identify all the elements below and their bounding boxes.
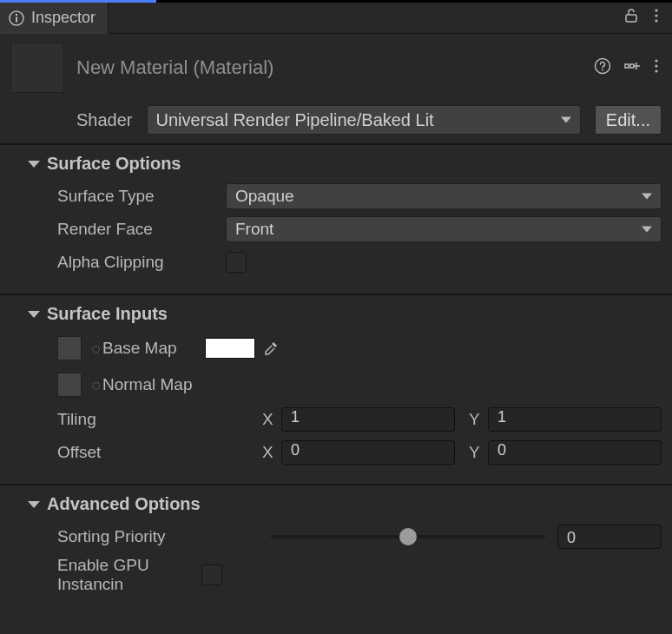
svg-point-8 bbox=[602, 69, 603, 70]
normal-map-label: Normal Map bbox=[102, 375, 192, 394]
section-title: Surface Inputs bbox=[47, 304, 168, 324]
svg-point-15 bbox=[655, 69, 657, 72]
preset-icon[interactable] bbox=[623, 57, 641, 79]
section-header[interactable]: Advanced Options bbox=[10, 494, 662, 514]
axis-y-label: Y bbox=[469, 410, 481, 429]
render-face-dropdown[interactable]: Front bbox=[226, 216, 662, 242]
gpu-instancing-checkbox[interactable] bbox=[201, 565, 222, 585]
sorting-priority-label: Sorting Priority bbox=[10, 527, 271, 546]
kebab-menu-icon[interactable] bbox=[653, 58, 660, 78]
help-icon[interactable] bbox=[594, 57, 611, 79]
alpha-clipping-label: Alpha Clipping bbox=[10, 253, 226, 272]
chevron-down-icon bbox=[28, 311, 40, 318]
svg-point-6 bbox=[655, 19, 657, 22]
svg-point-1 bbox=[16, 13, 17, 15]
chevron-down-icon bbox=[28, 161, 40, 168]
base-map-label: Base Map bbox=[102, 339, 177, 358]
tab-title: Inspector bbox=[31, 9, 96, 27]
section-header[interactable]: Surface Inputs bbox=[10, 304, 662, 324]
axis-x-label: X bbox=[262, 443, 274, 462]
shader-value: Universal Render Pipeline/Baked Lit bbox=[156, 110, 434, 130]
offset-label: Offset bbox=[10, 443, 262, 462]
section-title: Surface Options bbox=[47, 154, 181, 174]
axis-y-label: Y bbox=[469, 443, 481, 462]
tab-bar: Inspector bbox=[0, 3, 672, 34]
info-icon bbox=[9, 10, 24, 26]
lock-icon[interactable] bbox=[623, 8, 639, 28]
material-preview[interactable] bbox=[10, 43, 64, 93]
section-advanced-options: Advanced Options Sorting Priority 0 Enab… bbox=[0, 485, 672, 611]
tiling-x-input[interactable]: 1 bbox=[281, 407, 455, 432]
edit-button[interactable]: Edit... bbox=[595, 105, 662, 135]
svg-rect-3 bbox=[626, 15, 636, 22]
chevron-down-icon bbox=[561, 117, 571, 123]
normal-map-texture-slot[interactable] bbox=[57, 373, 82, 397]
tiling-label: Tiling bbox=[10, 410, 262, 429]
tiling-y-input[interactable]: 1 bbox=[488, 407, 662, 432]
axis-x-label: X bbox=[262, 410, 274, 429]
kebab-menu-icon[interactable] bbox=[653, 8, 660, 28]
base-map-color[interactable] bbox=[205, 338, 255, 359]
material-header: New Material (Material) Shader Universal… bbox=[0, 34, 672, 145]
base-map-texture-slot[interactable] bbox=[57, 336, 82, 360]
slider-thumb[interactable] bbox=[399, 528, 417, 545]
section-header[interactable]: Surface Options bbox=[10, 154, 662, 174]
material-name: New Material (Material) bbox=[76, 56, 582, 79]
svg-rect-9 bbox=[625, 64, 629, 68]
section-title: Advanced Options bbox=[47, 494, 201, 514]
inspector-tab[interactable]: Inspector bbox=[0, 3, 109, 34]
svg-point-4 bbox=[655, 9, 657, 11]
svg-point-14 bbox=[655, 64, 657, 67]
svg-point-5 bbox=[655, 14, 657, 17]
offset-y-input[interactable]: 0 bbox=[488, 440, 662, 465]
offset-x-input[interactable]: 0 bbox=[281, 440, 455, 465]
alpha-clipping-checkbox[interactable] bbox=[226, 252, 247, 273]
chevron-down-icon bbox=[642, 194, 652, 200]
surface-type-label: Surface Type bbox=[10, 187, 226, 206]
shader-label: Shader bbox=[76, 110, 133, 130]
section-surface-options: Surface Options Surface Type Opaque Rend… bbox=[0, 145, 672, 295]
gpu-instancing-label: Enable GPU Instancin bbox=[10, 556, 201, 594]
target-icon[interactable]: ◌ bbox=[92, 343, 101, 354]
sorting-priority-input[interactable]: 0 bbox=[557, 525, 662, 549]
shader-dropdown[interactable]: Universal Render Pipeline/Baked Lit bbox=[147, 105, 581, 135]
chevron-down-icon bbox=[28, 501, 40, 508]
sorting-priority-slider[interactable] bbox=[271, 535, 545, 538]
target-icon[interactable]: ◌ bbox=[92, 380, 101, 391]
render-face-label: Render Face bbox=[10, 220, 226, 239]
chevron-down-icon bbox=[642, 227, 652, 233]
section-surface-inputs: Surface Inputs ◌ Base Map ◌ Normal Map T… bbox=[0, 295, 672, 485]
svg-point-13 bbox=[655, 59, 657, 62]
svg-rect-2 bbox=[16, 17, 17, 22]
eyedropper-icon[interactable] bbox=[262, 340, 280, 357]
surface-type-dropdown[interactable]: Opaque bbox=[226, 183, 662, 209]
